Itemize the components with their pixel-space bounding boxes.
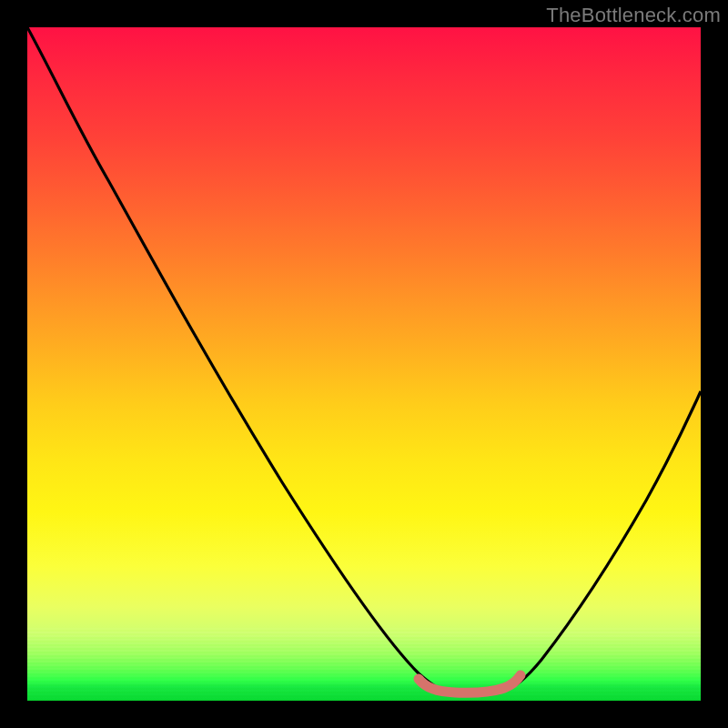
chart-frame: TheBottleneck.com	[0, 0, 728, 728]
optimal-range-marker	[419, 675, 521, 693]
plot-area	[27, 27, 701, 701]
bottleneck-curve	[27, 27, 701, 701]
curve-path	[27, 27, 701, 694]
watermark-text: TheBottleneck.com	[546, 4, 721, 27]
gradient-banding	[27, 628, 701, 701]
